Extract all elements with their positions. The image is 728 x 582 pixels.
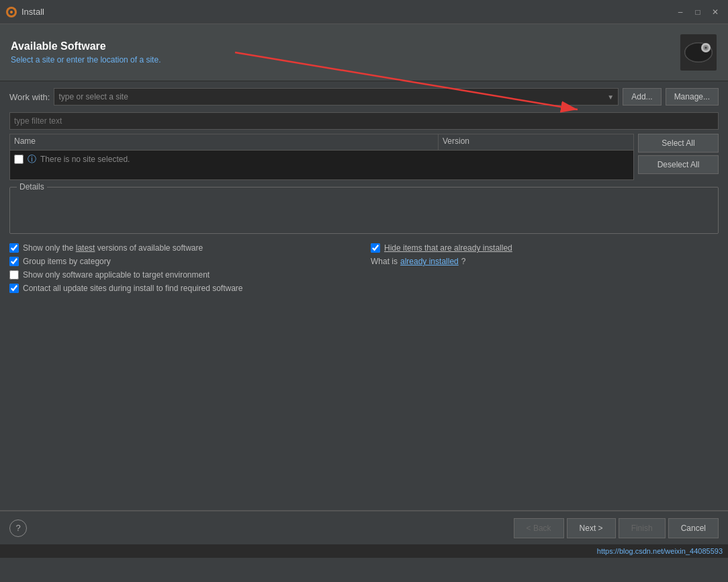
window-controls: – □ ✕ [673,5,723,19]
filter-row [9,112,719,130]
cb-latest-versions[interactable] [9,243,19,253]
title-bar: Install – □ ✕ [0,0,728,24]
table-row: ⓘ There is no site selected. [10,151,633,168]
close-button[interactable]: ✕ [708,5,723,19]
what-is-suffix: ? [461,257,466,266]
spacer [0,302,728,510]
details-legend: Details [17,182,47,192]
work-with-row: Work with: type or select a site ▼ Add..… [9,88,719,106]
cb-group-category[interactable] [9,257,19,266]
cb-contact-sites[interactable] [9,284,19,293]
checkbox-latest-versions: Show only the latest versions of availab… [9,243,357,253]
finish-button[interactable]: Finish [619,518,666,538]
details-section: Details [9,187,719,234]
col-version-header: Version [439,134,633,150]
minimize-button[interactable]: – [673,5,688,19]
cb-hide-installed[interactable] [371,243,380,253]
filter-input[interactable] [9,112,719,130]
back-button[interactable]: < Back [514,518,564,538]
table-body: ⓘ There is no site selected. [10,151,633,179]
header-area: Available Software Select a site or ente… [0,24,728,81]
app-icon [5,6,17,18]
col-name-header: Name [10,134,439,150]
next-button[interactable]: Next > [567,518,616,538]
header-subtitle: Select a site or enter the location of a… [11,55,680,65]
table-header: Name Version [10,134,633,151]
add-button[interactable]: Add... [623,88,661,106]
deselect-all-button[interactable]: Deselect All [638,155,719,174]
checkbox-hide-installed: Hide items that are already installed [371,243,719,253]
cb-target-env-label: Show only software applicable to target … [23,270,210,280]
status-bar: https://blog.csdn.net/weixin_44085593 [0,544,728,558]
svg-point-10 [705,47,707,49]
cb-target-env[interactable] [9,270,19,280]
empty-cell [371,270,719,280]
checkbox-target-env: Show only software applicable to target … [9,270,357,280]
cancel-button[interactable]: Cancel [668,518,719,538]
no-site-message: There is no site selected. [40,155,130,164]
combo-placeholder: type or select a site [58,92,128,101]
header-logo [680,34,717,71]
table-area: Name Version ⓘ There is no site selected… [9,134,719,180]
cb-hide-installed-label: Hide items that are already installed [384,243,512,253]
software-table: Name Version ⓘ There is no site selected… [9,134,634,180]
window-title: Install [21,7,673,17]
svg-point-4 [10,11,13,13]
nav-buttons: < Back Next > Finish Cancel [514,518,719,538]
status-url: https://blog.csdn.net/weixin_44085593 [597,547,723,555]
cb-latest-versions-label: Show only the latest versions of availab… [23,243,203,253]
header-text: Available Software Select a site or ente… [11,40,680,65]
button-bar: ? < Back Next > Finish Cancel [0,511,728,544]
work-with-label: Work with: [9,92,50,102]
help-button[interactable]: ? [9,519,27,537]
checkboxes-section: Show only the latest versions of availab… [9,241,719,296]
what-is-row: What is already installed ? [371,257,719,266]
maximize-button[interactable]: □ [690,5,705,19]
info-icon: ⓘ [28,153,36,165]
combo-arrow-icon: ▼ [607,93,614,101]
already-installed-link[interactable]: already installed [400,257,459,266]
manage-button[interactable]: Manage... [666,88,719,106]
cb-group-category-label: Group items by category [23,257,111,266]
select-all-button[interactable]: Select All [638,134,719,153]
content-area: Work with: type or select a site ▼ Add..… [0,81,728,302]
checkbox-contact-sites: Contact all update sites during install … [9,284,719,293]
what-is-text: What is [371,257,398,266]
checkbox-group-category: Group items by category [9,257,357,266]
side-buttons: Select All Deselect All [638,134,719,180]
cb-contact-sites-label: Contact all update sites during install … [23,284,243,293]
work-with-combo[interactable]: type or select a site ▼ [54,88,619,106]
header-title: Available Software [11,40,680,52]
row-checkbox[interactable] [14,155,24,164]
